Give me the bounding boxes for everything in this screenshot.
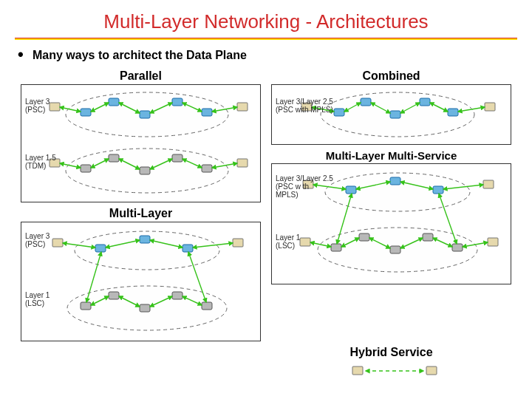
label-mlms-row0: Layer 3/Layer 2.5(PSC w th MPLS) bbox=[276, 174, 333, 199]
panel-title-combined: Combined bbox=[271, 69, 511, 83]
panel-title-hybrid: Hybrid Service bbox=[271, 346, 511, 359]
svg-rect-26 bbox=[390, 177, 400, 185]
svg-rect-21 bbox=[448, 109, 458, 116]
svg-rect-19 bbox=[390, 111, 400, 118]
svg-rect-37 bbox=[488, 238, 498, 246]
svg-rect-35 bbox=[452, 244, 463, 251]
svg-rect-48 bbox=[172, 292, 183, 299]
panel-title-parallel: Parallel bbox=[21, 69, 261, 83]
panel-title-multilayer: Multi-Layer bbox=[21, 207, 261, 220]
svg-rect-4 bbox=[172, 98, 183, 106]
panel-title-mlms: Multi-Layer Multi-Service bbox=[271, 149, 511, 162]
label-multilayer-row1: Layer 1(LSC) bbox=[25, 291, 83, 307]
svg-rect-47 bbox=[140, 304, 150, 312]
svg-rect-34 bbox=[423, 233, 433, 241]
svg-rect-50 bbox=[352, 366, 363, 375]
svg-rect-3 bbox=[140, 111, 150, 118]
svg-rect-17 bbox=[334, 109, 344, 116]
svg-rect-32 bbox=[359, 233, 369, 241]
svg-rect-41 bbox=[183, 245, 193, 252]
label-parallel-row0: Layer 3(PSC) bbox=[25, 98, 83, 114]
svg-rect-13 bbox=[202, 165, 212, 172]
svg-rect-40 bbox=[140, 236, 150, 243]
panel-multilayer: Multi-Layer bbox=[21, 207, 261, 341]
svg-rect-11 bbox=[140, 167, 150, 174]
panel-mlms: Multi-Layer Multi-Service bbox=[271, 149, 511, 341]
svg-rect-51 bbox=[426, 366, 437, 375]
svg-rect-46 bbox=[109, 292, 119, 299]
svg-rect-2 bbox=[109, 98, 119, 106]
panel-hybrid: Hybrid Service bbox=[271, 346, 511, 381]
diagram-hybrid bbox=[271, 361, 511, 381]
svg-rect-25 bbox=[346, 186, 356, 194]
svg-rect-18 bbox=[361, 98, 371, 106]
svg-rect-23 bbox=[485, 103, 495, 111]
diagram-combined bbox=[272, 85, 511, 144]
svg-rect-27 bbox=[433, 186, 443, 194]
label-multilayer-row0: Layer 3(PSC) bbox=[25, 232, 83, 248]
svg-rect-20 bbox=[420, 98, 430, 106]
title-underline bbox=[15, 38, 517, 40]
label-parallel-row1: Layer 1.5(TDM) bbox=[25, 154, 83, 170]
page-title: Multi-Layer Networking - Architectures bbox=[0, 0, 532, 38]
svg-rect-39 bbox=[95, 245, 106, 252]
label-mlms-row1: Layer 1(LSC) bbox=[276, 233, 333, 250]
svg-rect-33 bbox=[390, 246, 400, 253]
svg-rect-49 bbox=[202, 302, 212, 310]
panel-combined: Combined Layer 3/Layer 2.5(PSC with MPLS… bbox=[271, 69, 511, 145]
bullet-text: Many ways to architect the Data Plane bbox=[0, 46, 532, 69]
svg-rect-29 bbox=[483, 180, 494, 188]
svg-rect-5 bbox=[202, 109, 212, 116]
svg-rect-7 bbox=[237, 103, 248, 111]
svg-rect-12 bbox=[172, 154, 183, 162]
label-combined-row0: Layer 3/Layer 2.5(PSC with MPLS) bbox=[276, 98, 333, 114]
panel-parallel: Parallel bbox=[21, 69, 261, 202]
svg-rect-10 bbox=[109, 154, 119, 162]
svg-rect-15 bbox=[237, 159, 248, 167]
svg-rect-43 bbox=[233, 239, 243, 247]
